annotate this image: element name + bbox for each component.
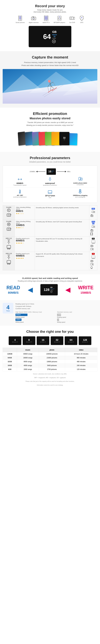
perf-col1-bar2: 10MB/S: [16, 318, 22, 321]
svg-point-58: [8, 228, 10, 230]
svg-rect-70: [91, 240, 95, 243]
svg-rect-78: [7, 260, 11, 263]
svg-marker-15: [73, 17, 75, 20]
perf-row: 4 Times Reading speed up to 4 times Comp…: [3, 303, 97, 323]
speed-left-label: 150MB/s: [30, 171, 35, 172]
param-temp: -40°~185° working temperature: [6, 189, 34, 198]
table-row-64gb: 64GB 16000 songs 21600 pictures 960 minu…: [3, 356, 97, 360]
svg-rect-65: [91, 233, 92, 235]
write-arrow: ◀: [65, 286, 70, 294]
param-80mbs: 80MB/S Transmission speed: [6, 177, 34, 186]
class6-stars: ★★☆☆☆: [16, 212, 34, 214]
device-gps-label: GPS: [80, 22, 83, 23]
uhs1-u1-badge: U: [8, 240, 10, 242]
uhs1-u3-row: UHS-1 U3 U 3 Reading speed up to 90MB/S …: [3, 252, 97, 270]
perf-col2-bar2-label: 5MB/S: [58, 319, 61, 320]
perf-content: Reading speed up to 4 times Compared wit…: [16, 303, 97, 323]
col-header-video: video: [65, 348, 97, 352]
perf-col1-bar2-label: 10MB/S: [16, 319, 21, 320]
uhs1-u3-device-icons: [90, 256, 96, 269]
param-plug: 10000times plugging and unplugging: [66, 189, 94, 198]
table-row-32gb: 32GB 8000 songs 10800 pictures 480 minut…: [3, 360, 97, 364]
param-waterproof: waterproof quadrature protection: [36, 177, 64, 186]
device-tablet-label: tablet PC's: [43, 22, 50, 23]
class10-badge: 10: [7, 223, 10, 226]
svg-rect-34: [81, 178, 82, 180]
uhs1-u1-features: Support professional HD Live TV recordin…: [36, 238, 88, 242]
device-tablet: tablet PC's: [43, 16, 50, 23]
photo-64: 21600 pictures: [39, 356, 65, 360]
param-size: 15*11*1mm size: [36, 189, 64, 198]
svg-rect-56: [91, 214, 92, 215]
svg-rect-13: [59, 16, 60, 17]
svg-rect-48: [79, 192, 81, 193]
card-stack-container: 32 GB: [3, 129, 97, 145]
uhs1-u3-features: Support 4K, 3D and HD quality video Shoo…: [36, 253, 88, 258]
svg-rect-82: [91, 256, 95, 258]
stack-card-8: [68, 133, 77, 145]
param-plug-desc: and unplugging: [66, 196, 94, 198]
param-mobile-val: mobile phone tablet: [66, 182, 94, 184]
cap-128: 128GB: [3, 352, 17, 356]
sd-size: 64: [43, 33, 51, 40]
uhs1-u1-speed-label: Reading speed up to: [16, 238, 34, 239]
read-arrow: ◀: [28, 286, 33, 294]
read-label: READ: [7, 285, 20, 290]
class6-label: CLASS: [4, 206, 14, 208]
svg-point-12: [59, 18, 60, 19]
table-note-2: 3MP = megapixels; MB = megabytes; GB = g…: [3, 377, 97, 379]
param-size-desc: size: [36, 197, 64, 198]
video-128: 16 hours 20 minutes: [65, 352, 97, 356]
section4-title: Professional parameters: [3, 156, 97, 160]
uhs1-u1-label: UHS-1 U1: [4, 238, 14, 239]
class10-speed-label: Video shooting Writing speed: [16, 221, 34, 224]
svg-rect-76: [90, 248, 92, 250]
svg-point-81: [9, 264, 10, 264]
device-mp3: MP3/MP4 players: [54, 16, 65, 23]
class10-device-icons: [90, 226, 96, 236]
param-waterproof-desc: quadrature protection: [36, 184, 64, 186]
storage-data-table: music photo video 128GB 30600 songs 1094…: [3, 348, 97, 371]
svg-rect-52: [92, 211, 94, 213]
device-smartphone: Smart phones: [16, 16, 25, 23]
card-128gb: 128 GB micro TF: [79, 336, 91, 345]
rw-card-size: 128: [44, 288, 49, 292]
uhs1-u3-quality: 4K: [90, 253, 96, 255]
class10-label: CLASS: [4, 221, 14, 222]
svg-point-17: [81, 17, 82, 18]
param-80mbs-val: 80MB/S: [6, 182, 34, 184]
table-note-4: Information cannot be used for your stra…: [3, 384, 97, 386]
table-note-3: Please note that part of the capacity wi…: [3, 380, 97, 382]
photo-16: 5400 pictures: [39, 364, 65, 367]
table-header-row: music photo video: [3, 348, 97, 352]
card-8gb: 8 GB micro TF: [23, 336, 35, 345]
param-plug-val: 10000times plugging: [66, 194, 94, 196]
section1-title: Record your story: [3, 4, 97, 8]
section2-title: Capture the moment: [3, 55, 97, 60]
svg-rect-45: [79, 190, 81, 192]
uhs1-u1-quality: 3D: [90, 238, 96, 240]
svg-point-90: [91, 266, 92, 268]
cap-32: 32GB: [3, 360, 17, 364]
perf-col1-bar2-desc: Writing speed: [16, 322, 56, 323]
uhs1-u3-speed: 90MB/S: [16, 254, 34, 257]
table-row-8gb: 8GB 2000 songs 2700 pictures 120 minutes: [3, 367, 97, 371]
perf-col1-bar1-desc: Reading speed: [16, 316, 56, 318]
photo-32: 10800 pictures: [39, 360, 65, 364]
section1-line1: Keep every classic music for you And eve…: [3, 9, 97, 13]
sd-class-badge: 10: [52, 40, 56, 43]
class6-badge: 6: [7, 209, 10, 212]
svg-point-75: [91, 246, 92, 246]
class6-row: CLASS 6 Video shooting Writing speed 6MB…: [3, 205, 97, 220]
perf-col1-bar1: 80MB/S: [16, 314, 28, 316]
section2-desc: Precious memory, instant preservation; t…: [3, 61, 97, 67]
sd-type: microTF: [52, 34, 57, 38]
svg-point-80: [8, 264, 8, 264]
photo-8: 2700 pictures: [39, 367, 65, 371]
write-label: WRITE: [78, 285, 93, 290]
ski-image: [3, 69, 97, 104]
sd-card-hero: 64 GB microTF CARD 10: [29, 26, 71, 47]
param-size-val: 15*11*1mm: [36, 194, 64, 197]
svg-rect-1: [19, 16, 21, 20]
param-waterproof-val: waterproof: [36, 182, 64, 184]
